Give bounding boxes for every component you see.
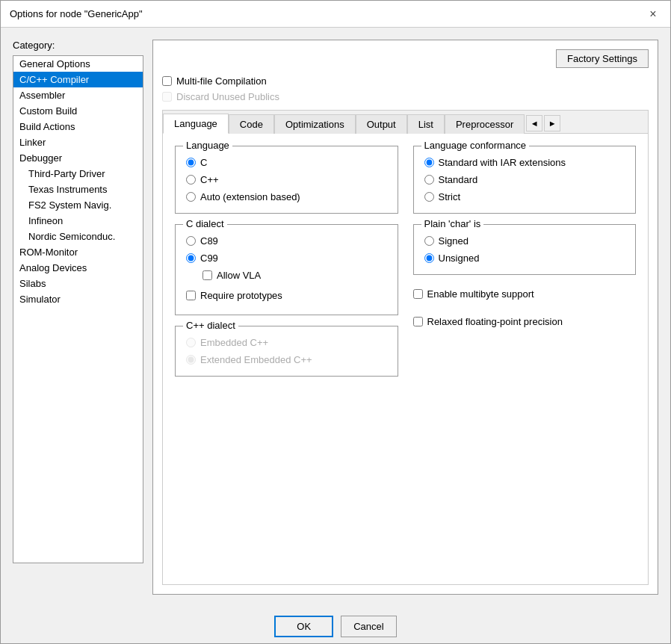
- lang-c-radio[interactable]: [186, 158, 196, 167]
- tab-header: LanguageCodeOptimizationsOutputListPrepr…: [163, 111, 648, 134]
- lang-c-item: C: [186, 157, 387, 168]
- tab-nav-prev-button[interactable]: ◄: [526, 115, 542, 131]
- main-content: Category: General OptionsC/C++ CompilerA…: [1, 28, 670, 607]
- cpp-dialect-group-title: C++ dialect: [183, 320, 238, 331]
- cpp-dialect-group: C++ dialect Embedded C++ Extended Embedd…: [175, 326, 398, 377]
- sidebar-item-build-actions[interactable]: Build Actions: [13, 119, 143, 134]
- sidebar-item-general-options[interactable]: General Options: [13, 56, 143, 72]
- signed-item: Signed: [424, 235, 625, 247]
- c89-radio[interactable]: [186, 236, 196, 246]
- factory-settings-button[interactable]: Factory Settings: [556, 49, 649, 68]
- title-bar: Options for node "GenericApp" ×: [1, 1, 670, 28]
- enable-multibyte-checkbox[interactable]: [413, 289, 423, 299]
- allow-vla-checkbox[interactable]: [202, 270, 212, 280]
- relaxed-floating-row: Relaxed floating-point precision: [413, 313, 637, 330]
- sidebar-item-analog-devices[interactable]: Analog Devices: [13, 260, 143, 276]
- sidebar-item-texas-instruments[interactable]: Texas Instruments: [13, 182, 143, 197]
- require-prototypes-checkbox[interactable]: [186, 291, 196, 300]
- discard-unused-label: Discard Unused Publics: [176, 91, 279, 102]
- strict-label: Strict: [439, 191, 461, 202]
- sidebar-item-cc-compiler[interactable]: C/C++ Compiler: [13, 72, 143, 87]
- lang-c-label: C: [200, 157, 207, 168]
- top-bar: Factory Settings: [162, 49, 649, 68]
- standard-radio[interactable]: [424, 175, 434, 185]
- multifile-compilation-row: Multi-file Compilation: [162, 75, 649, 87]
- require-prototypes-label: Require prototypes: [200, 290, 282, 301]
- unsigned-radio[interactable]: [424, 253, 434, 263]
- embedded-cpp-label: Embedded C++: [200, 337, 268, 348]
- relaxed-floating-checkbox[interactable]: [413, 317, 423, 326]
- extended-embedded-cpp-radio[interactable]: [186, 355, 196, 365]
- sidebar-item-third-party-driver[interactable]: Third-Party Driver: [13, 166, 143, 182]
- top-checkboxes: Multi-file Compilation Discard Unused Pu…: [162, 75, 649, 102]
- sidebar-item-custom-build[interactable]: Custom Build: [13, 103, 143, 119]
- dialog-title: Options for node "GenericApp": [10, 8, 143, 19]
- category-label: Category:: [13, 40, 143, 51]
- sidebar: Category: General OptionsC/C++ CompilerA…: [13, 40, 143, 595]
- c89-label: C89: [200, 235, 218, 247]
- multifile-compilation-label: Multi-file Compilation: [176, 75, 267, 87]
- cancel-button[interactable]: Cancel: [341, 616, 396, 637]
- language-radio-group: C C++ Auto (extension based): [186, 154, 387, 202]
- tab-code[interactable]: Code: [229, 114, 274, 134]
- sidebar-item-fs2-system-navi[interactable]: FS2 System Navig.: [13, 197, 143, 213]
- extended-embedded-cpp-label: Extended Embedded C++: [200, 354, 312, 365]
- plain-char-group: Plain 'char' is Signed Unsigned: [413, 224, 637, 275]
- tab-list[interactable]: List: [407, 114, 445, 134]
- require-prototypes-row: Require prototypes: [186, 287, 387, 304]
- discard-unused-checkbox[interactable]: [162, 92, 172, 102]
- c99-radio[interactable]: [186, 253, 196, 263]
- sidebar-list: General OptionsC/C++ CompilerAssemblerCu…: [13, 55, 143, 563]
- unsigned-label: Unsigned: [439, 253, 480, 264]
- bottom-bar: OK Cancel: [1, 607, 670, 643]
- right-panel: Factory Settings Multi-file Compilation …: [152, 40, 658, 595]
- tab-content: Language C C++: [163, 134, 648, 584]
- sidebar-item-rom-monitor[interactable]: ROM-Monitor: [13, 244, 143, 260]
- tabs-container: LanguageCodeOptimizationsOutputListPrepr…: [162, 110, 649, 585]
- enable-multibyte-row: Enable multibyte support: [413, 285, 637, 303]
- sidebar-item-simulator[interactable]: Simulator: [13, 291, 143, 307]
- tab-optimizations[interactable]: Optimizations: [274, 114, 356, 134]
- discard-unused-row: Discard Unused Publics: [162, 91, 649, 102]
- tab-preprocessor[interactable]: Preprocessor: [445, 114, 525, 134]
- standard-label: Standard: [439, 174, 478, 185]
- lang-auto-item: Auto (extension based): [186, 191, 387, 202]
- language-conformance-group: Language conformance Standard with IAR e…: [413, 146, 637, 214]
- standard-iar-radio[interactable]: [424, 158, 434, 167]
- enable-multibyte-label: Enable multibyte support: [427, 288, 534, 300]
- sidebar-item-assembler[interactable]: Assembler: [13, 87, 143, 103]
- extended-embedded-cpp-item: Extended Embedded C++: [186, 354, 387, 365]
- tab-language[interactable]: Language: [163, 114, 229, 134]
- c99-label: C99: [200, 253, 218, 264]
- allow-vla-label: Allow VLA: [217, 270, 261, 281]
- cpp-dialect-radio-group: Embedded C++ Extended Embedded C++: [186, 334, 387, 365]
- plain-char-radio-group: Signed Unsigned: [424, 232, 625, 264]
- ok-button[interactable]: OK: [274, 616, 333, 637]
- standard-iar-label: Standard with IAR extensions: [439, 157, 566, 168]
- tab-output[interactable]: Output: [356, 114, 407, 134]
- right-column: Language conformance Standard with IAR e…: [413, 146, 637, 572]
- sidebar-item-linker[interactable]: Linker: [13, 134, 143, 150]
- c-dialect-group: C dialect C89 C99: [175, 224, 398, 315]
- strict-radio[interactable]: [424, 192, 434, 202]
- dialog: Options for node "GenericApp" × Category…: [0, 0, 671, 644]
- c99-item: C99: [186, 253, 387, 264]
- signed-radio[interactable]: [424, 236, 434, 246]
- lang-auto-radio[interactable]: [186, 192, 196, 202]
- sidebar-item-nordic-semiconduc[interactable]: Nordic Semiconduc.: [13, 229, 143, 244]
- c-dialect-radio-group: C89 C99 Allow VLA: [186, 232, 387, 281]
- embedded-cpp-radio[interactable]: [186, 338, 196, 347]
- allow-vla-row: Allow VLA: [202, 270, 387, 281]
- language-group-title: Language: [183, 140, 232, 151]
- sidebar-item-debugger[interactable]: Debugger: [13, 150, 143, 166]
- language-group: Language C C++: [175, 146, 398, 214]
- multifile-compilation-checkbox[interactable]: [162, 76, 172, 86]
- lang-cpp-radio[interactable]: [186, 175, 196, 185]
- tab-nav-next-button[interactable]: ►: [544, 115, 560, 131]
- sidebar-item-infineon[interactable]: Infineon: [13, 213, 143, 229]
- relaxed-floating-label: Relaxed floating-point precision: [427, 316, 563, 327]
- sidebar-item-silabs[interactable]: Silabs: [13, 276, 143, 291]
- lang-cpp-label: C++: [200, 174, 219, 185]
- close-button[interactable]: ×: [645, 6, 661, 22]
- standard-item: Standard: [424, 174, 625, 185]
